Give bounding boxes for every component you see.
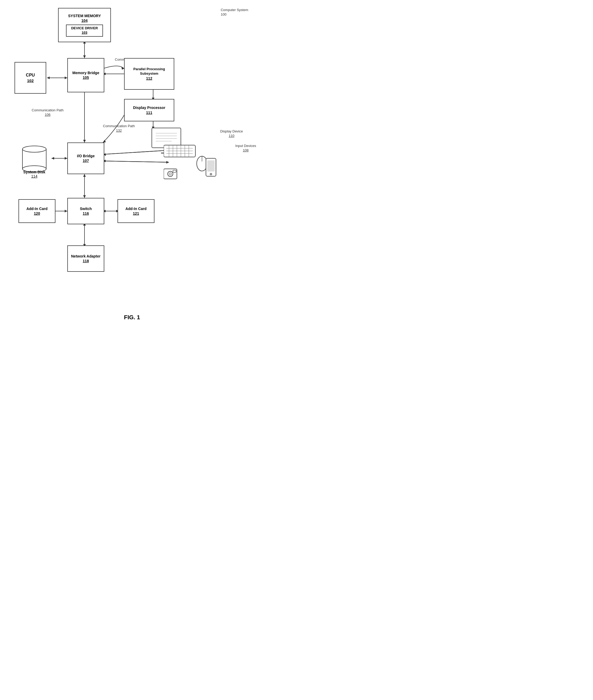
input-devices-container xyxy=(164,142,216,186)
memory-bridge-number: 105 xyxy=(83,75,89,80)
display-device-label: Display Device 110 xyxy=(220,129,243,138)
svg-marker-5 xyxy=(65,77,67,79)
svg-point-54 xyxy=(23,146,46,152)
io-bridge-number: 107 xyxy=(83,158,89,163)
svg-marker-21 xyxy=(65,157,67,160)
network-adapter-label: Network Adapter xyxy=(71,254,101,259)
svg-marker-8 xyxy=(121,67,124,70)
system-disk-container: System Disk 114 xyxy=(18,142,50,178)
svg-marker-7 xyxy=(47,77,50,79)
parallel-processing-box: Parallel Processing Subsystem 112 xyxy=(124,58,174,90)
svg-line-26 xyxy=(103,161,169,162)
diagram-container: Computer System 100 SYSTEM MEMORY 104 DE… xyxy=(0,0,264,311)
svg-marker-33 xyxy=(83,174,86,177)
memory-bridge-box: Memory Bridge 105 xyxy=(67,58,104,92)
system-memory-box: SYSTEM MEMORY 104 DEVICE DRIVER 103 xyxy=(58,8,111,42)
svg-marker-17 xyxy=(103,140,106,142)
io-bridge-box: I/O Bridge 107 xyxy=(67,142,104,174)
cpu-number: 102 xyxy=(27,78,34,83)
svg-marker-16 xyxy=(83,140,86,142)
switch-number: 116 xyxy=(83,211,89,216)
svg-rect-71 xyxy=(173,170,176,172)
system-memory-label: SYSTEM MEMORY xyxy=(68,13,101,18)
device-driver-number: 103 xyxy=(68,31,102,35)
svg-point-74 xyxy=(210,173,212,175)
svg-marker-31 xyxy=(83,195,86,198)
network-adapter-box: Network Adapter 118 xyxy=(67,246,104,272)
add-in-card-121-number: 121 xyxy=(133,211,139,216)
display-processor-number: 111 xyxy=(146,110,152,115)
switch-box: Switch 116 xyxy=(67,198,104,224)
display-processor-label: Display Processor xyxy=(133,105,165,110)
svg-marker-19 xyxy=(51,157,54,160)
add-in-card-121-box: Add-In Card 121 xyxy=(118,199,154,223)
input-devices-icon xyxy=(164,142,216,185)
svg-marker-37 xyxy=(65,210,67,212)
add-in-card-121-label: Add-In Card xyxy=(125,206,147,211)
network-adapter-number: 118 xyxy=(83,259,89,263)
add-in-card-120-label: Add-In Card xyxy=(27,206,47,211)
memory-bridge-label: Memory Bridge xyxy=(72,71,99,75)
display-processor-box: Display Processor 111 xyxy=(124,99,174,121)
svg-rect-73 xyxy=(207,161,215,172)
parallel-processing-number: 112 xyxy=(146,76,152,81)
io-bridge-label: I/O Bridge xyxy=(77,154,95,158)
add-in-card-120-box: Add-In Card 120 xyxy=(18,199,55,223)
switch-label: Switch xyxy=(80,206,92,211)
cylinder-icon xyxy=(18,142,50,174)
svg-line-28 xyxy=(103,161,169,162)
figure-label: FIG. 1 xyxy=(0,314,264,326)
comm-path-132-label: Communication Path 132 xyxy=(103,124,135,133)
computer-system-label: Computer System 100 xyxy=(221,8,248,17)
comm-path-106-label: Communication Path 106 xyxy=(32,108,64,117)
system-memory-number: 104 xyxy=(81,18,87,23)
device-driver-label: DEVICE DRIVER xyxy=(68,26,102,31)
input-devices-label: Input Devices 108 xyxy=(235,144,256,153)
svg-point-70 xyxy=(169,173,172,175)
parallel-processing-label: Parallel Processing Subsystem xyxy=(125,67,174,76)
cpu-label: CPU xyxy=(26,73,35,78)
cpu-box: CPU 102 xyxy=(14,62,46,94)
svg-marker-1 xyxy=(83,55,86,58)
device-driver-inner-box: DEVICE DRIVER 103 xyxy=(66,25,103,37)
add-in-card-120-number: 120 xyxy=(34,211,40,216)
